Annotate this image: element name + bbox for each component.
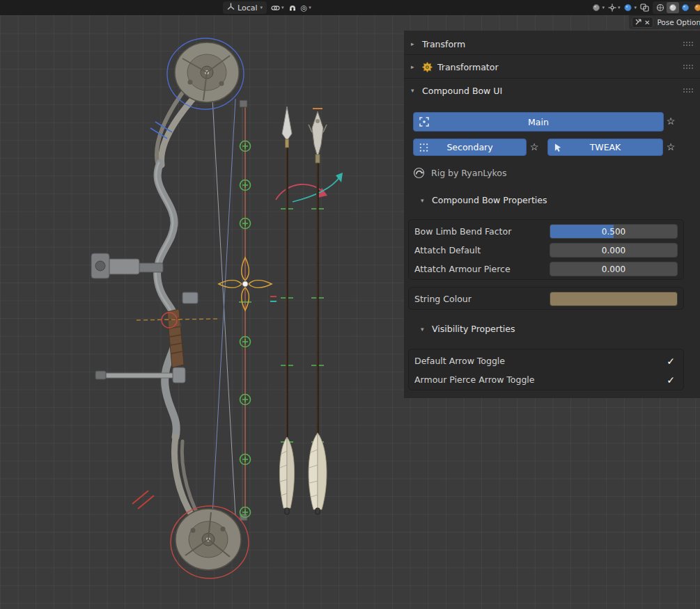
rig-icon (413, 167, 425, 179)
chevron-down-icon: ▾ (421, 197, 427, 204)
gizmos-dropdown[interactable]: ▾ (608, 1, 621, 15)
chevron-down-icon: ▾ (602, 5, 605, 10)
shading-rendered-button[interactable] (692, 2, 700, 13)
overlays-dropdown[interactable]: ▾ (623, 1, 637, 15)
panel-label: Transformator (437, 62, 499, 72)
xray-icon (640, 1, 649, 15)
gizmo-icon (608, 1, 616, 15)
string-colour-label: String Colour (414, 294, 472, 304)
rig-gizmo-center[interactable] (242, 281, 248, 287)
sidebar-panel: ▸ Transform ▸ Transformator ▾ Compound B… (404, 31, 700, 398)
chevron-down-icon: ▾ (309, 5, 311, 10)
chevron-down-icon: ▾ (634, 5, 637, 10)
chevron-right-icon: ▸ (411, 40, 417, 47)
visibility-sphere-icon (592, 1, 600, 15)
panel-grip-handle[interactable] (683, 88, 694, 93)
transform-orientation-label: Local (238, 3, 258, 13)
secondary-button-label: Secondary (446, 142, 492, 152)
bow-bottom-cam[interactable] (171, 506, 249, 578)
panel-header-transform[interactable]: ▸ Transform (411, 36, 694, 52)
pose-options-bar: ✕ Pose Options (629, 15, 700, 29)
panel-header-compound-bow-ui[interactable]: ▾ Compound Bow UI (411, 83, 694, 98)
snap-target-dropdown[interactable]: ▾ (271, 1, 284, 15)
dotted-square-icon (419, 143, 428, 152)
proportional-editing-dropdown[interactable]: ◎ ▾ (301, 3, 311, 13)
proportional-editing-icon: ◎ (301, 3, 308, 13)
subpanel-title: Visibility Properties (432, 324, 515, 334)
string-colour-box: String Colour (408, 287, 684, 310)
close-icon[interactable]: ✕ (644, 19, 650, 26)
snap-target-icon (271, 1, 280, 15)
tweak-layer-button[interactable]: TWEAK (547, 139, 663, 156)
visibility-box: Default Arrow Toggle ✓ Armour Pierce Arr… (408, 349, 684, 390)
divider (404, 78, 700, 79)
transform-orientation-dropdown[interactable]: Local ▾ (223, 1, 267, 14)
bow-properties-box: Bow Limb Bend Factor 0.500 Attatch Defau… (408, 219, 684, 280)
slider-row: Attatch Armour Pierce 0.000 (409, 260, 683, 278)
overlays-icon (623, 1, 632, 15)
toggle-row: Armour Pierce Arrow Toggle ✓ (409, 370, 683, 389)
slider-label: Attatch Default (414, 245, 481, 255)
attatch-armour-pierce-slider[interactable]: 0.000 (550, 262, 678, 276)
slider-value: 0.500 (602, 227, 625, 237)
tweak-cursor-icon (554, 143, 563, 152)
star-icon[interactable]: ☆ (663, 113, 678, 129)
object-visibility-dropdown[interactable]: ▾ (592, 1, 605, 15)
chevron-down-icon: ▾ (281, 5, 284, 10)
panel-header-transformator[interactable]: ▸ Transformator (411, 59, 694, 74)
slider-value: 0.000 (602, 264, 625, 274)
armour-pierce-arrow[interactable] (309, 111, 327, 514)
subpanel-header-bow-properties[interactable]: ▾ Compound Bow Properties (421, 195, 547, 205)
shading-mode-group (653, 1, 700, 14)
chevron-down-icon: ▾ (618, 5, 621, 10)
shading-material-button[interactable] (679, 2, 692, 13)
bow-top-cam[interactable] (167, 38, 244, 109)
attatch-default-slider[interactable]: 0.000 (550, 243, 678, 258)
tweak-button-label: TWEAK (590, 142, 621, 152)
subpanel-title: Compound Bow Properties (432, 195, 547, 205)
slider-row: Attatch Default 0.000 (409, 241, 683, 260)
pose-options-icon (635, 19, 641, 26)
panel-label: Compound Bow UI (422, 86, 502, 96)
default-arrow[interactable] (279, 106, 294, 514)
panel-grip-handle[interactable] (683, 41, 694, 47)
toggle-label: Armour Pierce Arrow Toggle (414, 374, 535, 385)
toggle-label: Default Arrow Toggle (414, 356, 505, 366)
divider (404, 54, 700, 55)
pose-options-pill[interactable]: ✕ (632, 17, 653, 28)
chevron-down-icon: ▾ (411, 87, 417, 94)
blender-window: Local ▾ ▾ ◎ ▾ (0, 0, 700, 609)
string-colour-swatch[interactable] (550, 292, 678, 306)
slider-row: Bow Limb Bend Factor 0.500 (409, 222, 683, 241)
bow-limb-bend-slider[interactable]: 0.500 (550, 224, 678, 239)
rig-credit-row: Rig by RyanLykos (413, 167, 507, 179)
subpanel-header-visibility[interactable]: ▾ Visibility Properties (421, 324, 515, 334)
star-icon[interactable]: ☆ (663, 139, 678, 155)
slider-label: Bow Limb Bend Factor (414, 226, 511, 237)
pose-options-label[interactable]: Pose Options (657, 18, 700, 26)
bow-strings (212, 99, 247, 521)
rig-credit-label: Rig by RyanLykos (431, 168, 507, 178)
chevron-down-icon: ▾ (421, 326, 427, 333)
shading-solid-button[interactable] (667, 2, 679, 13)
main-button-label: Main (528, 117, 549, 127)
toggle-row: Default Arrow Toggle ✓ (409, 351, 683, 370)
default-arrow-toggle-checkbox[interactable]: ✓ (667, 356, 678, 367)
selection-set-icon (419, 117, 429, 127)
magnet-icon (288, 1, 297, 15)
main-layer-button[interactable]: Main (413, 112, 664, 132)
string-colour-row: String Colour (409, 290, 683, 308)
chevron-down-icon: ▾ (260, 5, 263, 10)
snap-magnet-toggle[interactable] (288, 1, 297, 15)
chevron-right-icon: ▸ (411, 63, 417, 70)
transformator-gear-icon (422, 62, 433, 72)
star-icon[interactable]: ☆ (527, 139, 542, 155)
bow-body[interactable] (91, 85, 205, 528)
xray-toggle[interactable] (640, 1, 649, 15)
transform-orientation-icon (227, 3, 235, 13)
secondary-layer-button[interactable]: Secondary (413, 139, 527, 156)
slider-value: 0.000 (602, 246, 625, 255)
armour-pierce-arrow-toggle-checkbox[interactable]: ✓ (667, 374, 678, 386)
panel-grip-handle[interactable] (683, 64, 694, 70)
shading-wireframe-button[interactable] (654, 2, 667, 13)
